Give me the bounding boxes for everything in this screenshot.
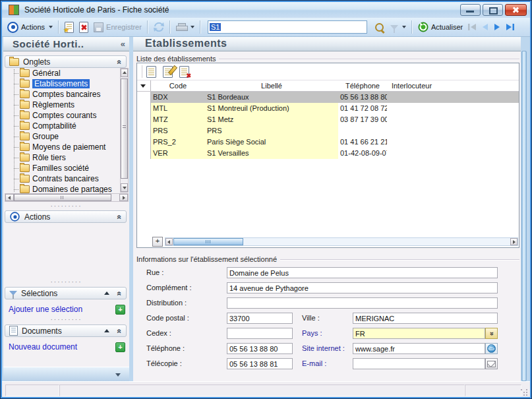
grid-bottom-bar: + [138,237,518,247]
search-icon[interactable] [375,23,384,32]
telephone-field[interactable] [227,343,293,354]
collapse-panel-icon[interactable]: « [115,328,125,333]
nav-previous-button[interactable] [481,23,489,31]
collapse-panel-icon[interactable]: « [115,214,125,219]
status-cell-middle [59,384,465,396]
application-window: Société Horticole de Paris - Fiche socié… [0,0,532,399]
list-group-title: Liste des établissements [136,55,219,63]
panel-splitter[interactable]: ········· [3,280,129,284]
grid-edit-button[interactable] [163,66,173,78]
distribution-field[interactable] [227,297,498,309]
sidebar-item-groupe[interactable]: Groupe [5,131,119,142]
panel-header-onglets[interactable]: Onglets « [5,55,127,68]
table-row[interactable]: VER S1 Versailles 01-42-08-09-07 [137,148,519,159]
envelope-icon [487,361,496,367]
grid-horizontal-scrollbar[interactable] [165,237,518,246]
sidebar-item-familles-societe[interactable]: Familles société [5,163,119,173]
scroll-up-button[interactable] [121,69,128,77]
filter-button[interactable] [388,24,409,31]
sidebar-item-comptabilite[interactable]: Comptabilité [5,121,119,131]
table-row[interactable]: PRS_2 Paris Siège Social 01 41 66 21 21 [137,137,519,148]
table-row[interactable]: MTL S1 Montreuil (Production) 01 41 72 0… [137,103,519,114]
actualiser-button[interactable]: Actualiser [415,20,465,34]
panel-splitter[interactable]: ········· [3,318,129,322]
collapse-panel-icon[interactable]: « [115,291,125,295]
search-input[interactable]: S1 [208,20,367,34]
panel-header-selections[interactable]: Sélections « [5,287,127,299]
panel-header-actions[interactable]: Actions « [5,210,127,223]
table-row[interactable]: MTZ S1 Metz 03 87 17 39 00 [137,114,519,125]
site-internet-field[interactable] [353,343,485,354]
scroll-left-button[interactable] [165,238,173,245]
sidebar-collapse-button[interactable]: « [121,39,125,49]
add-selection-link[interactable]: Ajouter une sélection [9,305,82,314]
add-row-button[interactable]: + [152,237,163,247]
folder-icon [20,185,30,193]
print-button[interactable] [173,22,197,33]
column-header-telephone[interactable]: Téléphone [338,80,387,91]
new-document-link[interactable]: Nouveau document [9,342,77,352]
table-row[interactable]: PRS PRS [137,125,519,137]
refresh-button[interactable] [151,21,167,33]
save-button[interactable]: Enregistrer [91,21,144,34]
tree-horizontal-scrollbar[interactable] [5,193,129,202]
new-record-button[interactable]: ★ [62,20,76,34]
scrollbar-thumb[interactable] [14,194,111,201]
grid-toolbar [137,63,519,80]
scroll-right-button[interactable] [119,194,128,201]
column-header-code[interactable]: Code [151,80,205,91]
scrollbar-thumb[interactable] [121,78,128,179]
add-selection-plus-button[interactable]: + [115,305,125,315]
sidebar-overflow-band[interactable] [3,367,129,382]
folder-icon [20,122,30,130]
complement-field[interactable] [227,282,498,293]
tree-vertical-scrollbar[interactable] [120,68,129,193]
sidebar-item-etablissements[interactable]: Etablissements [5,78,119,89]
main-vertical-scrollbar[interactable] [521,51,527,381]
grid-new-button[interactable] [146,66,156,78]
collapse-panel-icon[interactable]: « [115,59,125,64]
minimize-button[interactable] [460,4,481,16]
column-header-interlocuteur[interactable]: Interlocuteur [387,80,436,91]
resize-grip[interactable] [520,388,527,396]
table-row[interactable]: BDX S1 Bordeaux 05 56 13 88 80 [137,92,519,103]
distribution-label: Distribution : [146,297,187,309]
sidebar-item-comptes-bancaires[interactable]: Comptes bancaires [5,89,119,100]
nav-first-button[interactable] [467,23,477,31]
panel-splitter[interactable]: ········· [3,204,129,208]
scrollbar-thumb[interactable] [173,238,243,245]
collapse-arrow-icon[interactable] [104,292,109,295]
sidebar-item-general[interactable]: Général [5,68,119,78]
close-button[interactable] [505,4,527,16]
pays-dropdown-button[interactable]: « [485,328,498,339]
open-website-button[interactable] [485,343,498,354]
sidebar-item-moyens-de-paiement[interactable]: Moyens de paiement [5,142,119,152]
sidebar-item-comptes-courants[interactable]: Comptes courants [5,110,119,121]
ville-field[interactable] [353,313,498,324]
pays-field[interactable] [353,328,485,339]
panel-header-documents[interactable]: Documents « [5,324,127,337]
delete-record-button[interactable] [76,20,91,34]
collapse-arrow-icon[interactable] [104,329,109,332]
column-header-libelle[interactable]: Libellé [205,80,338,91]
grid-delete-button[interactable] [179,66,189,78]
sidebar-item-reglements[interactable]: Règlements [5,100,119,110]
scroll-left-button[interactable] [5,194,14,201]
cedex-field[interactable] [227,328,293,339]
column-chooser-button[interactable] [137,80,151,91]
actions-menu-button[interactable]: Actions [18,22,55,32]
rue-field[interactable] [227,267,498,278]
maximize-button[interactable] [483,4,503,16]
sidebar-item-contrats-bancaires[interactable]: Contrats bancaires [5,173,119,184]
chevron-down-icon [140,84,146,88]
telecopie-field[interactable] [227,358,293,369]
send-email-button[interactable] [485,358,498,369]
scroll-down-button[interactable] [121,183,128,192]
sidebar-item-role-tiers[interactable]: Rôle tiers [5,152,119,163]
email-field[interactable] [353,358,485,369]
code-postal-field[interactable] [227,313,293,324]
new-document-plus-button[interactable]: + [115,342,125,352]
nav-last-button[interactable] [505,23,515,31]
scroll-right-button[interactable] [510,238,517,245]
nav-next-button[interactable] [493,23,501,31]
